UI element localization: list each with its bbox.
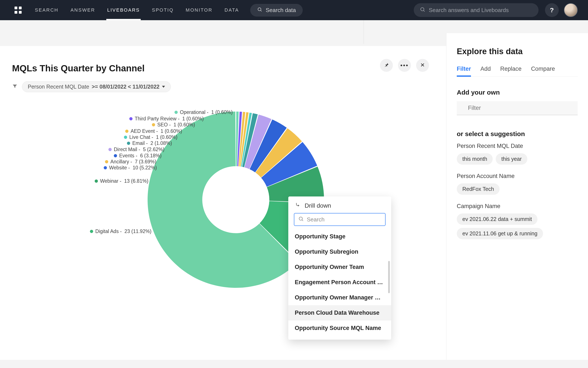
pin-button[interactable]: [380, 59, 393, 72]
search-icon: [298, 216, 304, 223]
svg-line-11: [302, 220, 303, 221]
search-data-label: Search data: [266, 7, 296, 14]
filter-input-wrap: [457, 101, 578, 115]
svg-rect-0: [15, 7, 18, 9]
legend-swatch: [108, 148, 112, 151]
filter-chip-value: >= 08/01/2022 < 11/01/2022: [92, 84, 160, 90]
drilldown-item[interactable]: Opportunity Owner Team: [288, 259, 391, 275]
nav-monitor[interactable]: MONITOR: [185, 0, 213, 20]
legend-swatch: [105, 160, 108, 163]
drilldown-item[interactable]: Opportunity Source MQL Name: [288, 321, 391, 336]
avatar[interactable]: [564, 3, 578, 17]
suggestion-chip-row: ev 2021.06.22 data + summitev 2021.11.06…: [457, 213, 578, 239]
nav-data[interactable]: DATA: [224, 0, 240, 20]
svg-point-6: [421, 8, 424, 11]
legend-swatch: [127, 142, 130, 145]
help-button[interactable]: ?: [545, 3, 559, 17]
search-data-button[interactable]: Search data: [250, 4, 303, 17]
drilldown-item[interactable]: Person Cloud Data Warehouse: [288, 305, 391, 321]
suggestion-chip[interactable]: ev 2021.06.22 data + summit: [457, 213, 537, 225]
legend-item[interactable]: Email - 2 (1.08%): [127, 140, 172, 146]
drilldown-item[interactable]: Opportunity Owner Manager N…: [288, 290, 391, 305]
drilldown-item[interactable]: Opportunity Stage: [288, 229, 391, 244]
nav-spotiq[interactable]: SPOTIQ: [151, 0, 174, 20]
legend-item[interactable]: Live Chat - 1 (0.60%): [124, 134, 178, 140]
canvas: MQLs This Quarter by Channel •••: [0, 20, 446, 358]
drilldown-search-placeholder: Search: [307, 216, 324, 223]
suggestion-chip-row: RedFox Tech: [457, 183, 578, 195]
filter-icon[interactable]: [12, 83, 18, 90]
legend-swatch: [124, 136, 127, 139]
drilldown-search[interactable]: Search: [294, 213, 386, 226]
nav-liveboards[interactable]: LIVEBOARS: [106, 0, 141, 20]
filter-chip-date[interactable]: Person Recent MQL Date >= 08/01/2022 < 1…: [22, 81, 171, 92]
filter-input[interactable]: [457, 101, 578, 115]
svg-rect-3: [19, 11, 22, 14]
legend-item[interactable]: Webinar - 13 (6.81%): [95, 178, 148, 184]
filter-chip-field: Person Recent MQL Date: [28, 84, 89, 90]
explore-title: Explore this data: [457, 47, 578, 56]
drilldown-title: Drill down: [305, 202, 331, 209]
legend-item[interactable]: Website - 10 (5.22%): [104, 165, 157, 171]
suggestion-heading: or select a suggestion: [457, 130, 578, 138]
more-button[interactable]: •••: [398, 59, 411, 72]
legend-item[interactable]: Operational - 1 (0.60%): [174, 110, 233, 115]
top-nav: SEARCH ANSWER LIVEBOARS SPOTIQ MONITOR D…: [0, 0, 588, 20]
legend-item[interactable]: SEO - 1 (0.60%): [152, 122, 195, 128]
explore-tabs: Filter Add Replace Compare: [457, 65, 578, 77]
legend-label: Operational - 1 (0.60%): [180, 110, 233, 115]
chevron-down-icon: [162, 86, 165, 88]
suggestion-group-label: Person Recent MQL Date: [457, 143, 578, 149]
tab-filter[interactable]: Filter: [457, 65, 471, 76]
nav-search[interactable]: SEARCH: [34, 0, 59, 20]
legend-label: Ancillary - 7 (3.69%): [110, 159, 156, 165]
viz-card: MQLs This Quarter by Channel •••: [0, 46, 446, 360]
legend-item[interactable]: Digital Ads - 23 (11.92%): [90, 229, 152, 234]
suggestion-chip[interactable]: RedFox Tech: [457, 183, 500, 195]
suggestion-chip[interactable]: this month: [457, 153, 493, 165]
brand-logo[interactable]: [13, 5, 23, 15]
legend-label: Webinar - 13 (6.81%): [100, 178, 148, 184]
tab-compare[interactable]: Compare: [531, 65, 555, 76]
pin-icon: [384, 62, 389, 69]
explore-panel: Explore this data Filter Add Replace Com…: [446, 33, 588, 360]
legend-item[interactable]: Third Party Review - 1 (0.60%): [129, 116, 204, 122]
search-icon: [257, 7, 262, 14]
scrollbar[interactable]: [388, 261, 390, 293]
question-icon: ?: [550, 6, 554, 14]
tab-replace[interactable]: Replace: [500, 65, 522, 76]
close-button[interactable]: [416, 59, 429, 72]
drilldown-item[interactable]: Opportunity Subregion: [288, 244, 391, 259]
legend-item[interactable]: Events - 6 (3.18%): [114, 153, 161, 159]
drilldown-arrow-icon: [295, 202, 300, 209]
suggestion-chip-row: this monththis year: [457, 153, 578, 165]
global-search-placeholder: Search answers and Liveboards: [429, 7, 509, 14]
card-actions: •••: [380, 59, 429, 72]
legend-label: Digital Ads - 23 (11.92%): [95, 229, 152, 234]
legend-label: Website - 10 (5.22%): [109, 165, 157, 171]
legend-swatch: [95, 179, 98, 183]
legend-label: Direct Mail - 5 (2.62%): [114, 147, 164, 152]
legend-item[interactable]: Ancillary - 7 (3.69%): [105, 159, 156, 165]
svg-rect-2: [15, 11, 18, 14]
drilldown-popover: Drill down Search Opportunity StageOppor…: [288, 196, 391, 340]
legend-item[interactable]: AED Event - 1 (0.60%): [125, 128, 182, 134]
svg-rect-1: [19, 7, 22, 9]
global-search[interactable]: Search answers and Liveboards: [414, 3, 539, 17]
nav-answer[interactable]: ANSWER: [70, 0, 96, 20]
filter-bar: Person Recent MQL Date >= 08/01/2022 < 1…: [12, 81, 434, 92]
more-icon: •••: [400, 62, 408, 68]
legend-swatch: [125, 130, 128, 133]
svg-point-4: [258, 8, 261, 11]
legend-label: Email - 2 (1.08%): [132, 140, 172, 146]
nav-items: SEARCH ANSWER LIVEBOARS SPOTIQ MONITOR D…: [34, 0, 240, 20]
legend-label: AED Event - 1 (0.60%): [131, 128, 182, 134]
suggestion-chip[interactable]: this year: [496, 153, 527, 165]
legend-swatch: [152, 123, 155, 126]
tab-add[interactable]: Add: [480, 65, 491, 76]
legend-label: Third Party Review - 1 (0.60%): [135, 116, 204, 122]
legend-item[interactable]: Direct Mail - 5 (2.62%): [108, 147, 164, 152]
legend-label: Live Chat - 1 (0.60%): [129, 134, 178, 140]
drilldown-item[interactable]: Engagement Person Account …: [288, 275, 391, 290]
suggestion-chip[interactable]: ev 2021.11.06 get up & running: [457, 228, 543, 239]
